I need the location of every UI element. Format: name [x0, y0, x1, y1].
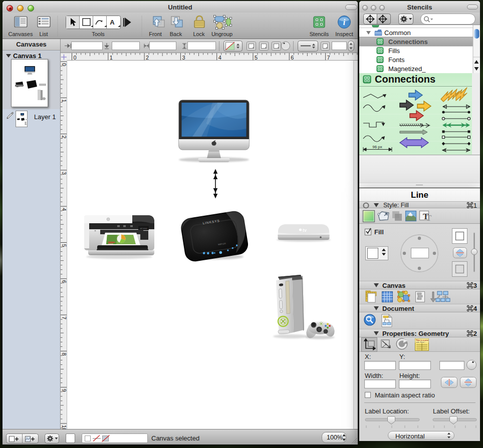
svg-text:T: T	[423, 212, 429, 221]
svg-text:9: 9	[61, 389, 67, 392]
svg-text:0: 0	[61, 63, 67, 66]
svg-text:Connections: Connections	[375, 74, 435, 85]
svg-text:0: 0	[74, 55, 77, 61]
svg-text:6: 6	[291, 55, 294, 61]
svg-text:safe. Next...: safe. Next...	[416, 341, 425, 343]
svg-text:Magnetized_: Magnetized_	[388, 65, 426, 73]
svg-text:i: i	[343, 18, 346, 27]
svg-text:1: 1	[61, 99, 67, 102]
svg-text:A: A	[110, 19, 115, 26]
svg-text:8: 8	[61, 352, 67, 355]
svg-text:4: 4	[61, 208, 67, 211]
svg-text:Canvas selected: Canvas selected	[151, 434, 199, 442]
svg-text:10: 10	[61, 425, 67, 429]
svg-text:5: 5	[61, 244, 67, 247]
svg-text:7: 7	[61, 316, 67, 319]
svg-text:3: 3	[182, 55, 185, 61]
svg-text:1: 1	[110, 55, 113, 61]
svg-text:6: 6	[61, 280, 67, 283]
svg-text:2: 2	[61, 136, 67, 139]
svg-text:4: 4	[218, 55, 221, 61]
svg-text:96 px: 96 px	[372, 145, 382, 149]
svg-text:Fills: Fills	[388, 47, 400, 55]
svg-text:5: 5	[255, 55, 258, 61]
svg-text:Connections: Connections	[388, 38, 428, 46]
svg-text:2: 2	[146, 55, 149, 61]
svg-text:tv: tv	[303, 228, 307, 233]
svg-text:HP 6500: HP 6500	[140, 228, 147, 230]
svg-text:Fill: Fill	[374, 228, 384, 236]
svg-text:Fonts: Fonts	[388, 56, 405, 64]
svg-text:100%: 100%	[327, 434, 343, 441]
svg-text:Common: Common	[384, 29, 411, 37]
svg-text:3: 3	[61, 172, 67, 175]
svg-text:7: 7	[327, 55, 330, 61]
